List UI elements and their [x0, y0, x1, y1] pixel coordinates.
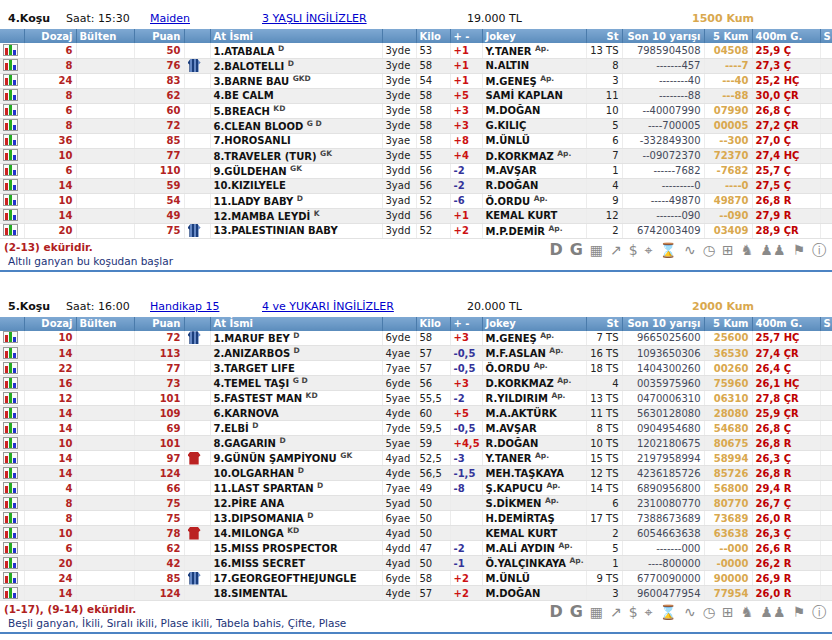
cell-jockey[interactable]: M.ÜNLÜ — [482, 133, 586, 148]
stats-chart-icon[interactable] — [3, 362, 18, 374]
calculator-icon[interactable]: ⊞ — [722, 242, 734, 258]
stats-chart-icon[interactable] — [3, 422, 18, 434]
stats-chart-icon[interactable] — [3, 44, 18, 56]
cell-jockey[interactable]: KEMAL KURT — [482, 526, 586, 541]
cell-horse-name[interactable]: 4.TEMEL TAŞI G D — [210, 376, 382, 391]
stats-chart-icon[interactable] — [3, 164, 18, 176]
stats-chart-icon[interactable] — [3, 209, 18, 221]
race-type-link[interactable]: Handikap 15 — [150, 300, 219, 313]
cell-horse-name[interactable]: 5.FASTEST MAN KD — [210, 391, 382, 406]
cell-horse-name[interactable]: 12.MAMBA LEYDİ K — [210, 208, 382, 223]
stats-chart-icon[interactable] — [3, 89, 18, 101]
stats-chart-icon[interactable] — [3, 104, 18, 116]
stats-chart-icon[interactable] — [3, 467, 18, 479]
cell-jockey[interactable]: Ö.ORDU Ap. — [482, 193, 586, 208]
info-icon[interactable]: ⓘ — [812, 604, 826, 620]
stats-chart-icon[interactable] — [3, 74, 18, 86]
stats-chart-icon[interactable] — [3, 482, 18, 494]
cell-horse-name[interactable]: 6.CLEAN BLOOD G D — [210, 118, 382, 133]
stats-chart-icon[interactable] — [3, 149, 18, 161]
form-chart-icon[interactable]: ∿ — [684, 604, 696, 620]
cell-horse-name[interactable]: 14.MILONGA KD — [210, 526, 382, 541]
dozaj-letter-icon[interactable]: D — [549, 604, 562, 620]
cell-jockey[interactable]: M.F.ASLAN Ap. — [482, 346, 586, 361]
hourglass-icon[interactable]: ⌛ — [660, 242, 677, 258]
finish-flag-icon[interactable]: ⚑ — [792, 604, 805, 620]
prize-money-icon[interactable]: $ — [629, 242, 638, 258]
cell-horse-name[interactable]: 6.KARNOVA — [210, 406, 382, 421]
stats-chart-icon[interactable] — [3, 437, 18, 449]
cell-horse-name[interactable]: 9.GÜNÜN ŞAMPİYONU GK — [210, 451, 382, 466]
cell-horse-name[interactable]: 8.GAGARIN D — [210, 436, 382, 451]
cell-horse-name[interactable]: 2.BALOTELLI D — [210, 58, 382, 73]
stats-chart-icon[interactable] — [3, 119, 18, 131]
cell-jockey[interactable]: H.DEMİRTAŞ — [482, 511, 586, 526]
cell-jockey[interactable]: M.AVŞAR — [482, 421, 586, 436]
cell-horse-name[interactable]: 3.TARGET LIFE — [210, 361, 382, 376]
stats-chart-icon[interactable] — [3, 224, 18, 236]
jockeys-icon[interactable]: ♟♟ — [760, 604, 785, 620]
cell-jockey[interactable]: M.P.DEMİR Ap. — [482, 223, 586, 238]
hourglass-icon[interactable]: ⌛ — [660, 604, 677, 620]
performance-trend-icon[interactable]: ↗ — [610, 604, 622, 620]
cell-horse-name[interactable]: 9.GÜLDEHAN GK — [210, 163, 382, 178]
stats-chart-icon[interactable] — [3, 557, 18, 569]
cell-horse-name[interactable]: 1.MARUF BEY D — [210, 331, 382, 346]
cell-jockey[interactable]: Y.TANER Ap. — [482, 451, 586, 466]
cell-horse-name[interactable]: 11.LAST SPARTAN D — [210, 481, 382, 496]
cell-jockey[interactable]: D.KORKMAZ Ap. — [482, 148, 586, 163]
cell-horse-name[interactable]: 1.ATABALA D — [210, 43, 382, 58]
cell-horse-name[interactable]: 18.SIMENTAL — [210, 586, 382, 601]
stats-chart-icon[interactable] — [3, 377, 18, 389]
performance-trend-icon[interactable]: ↗ — [610, 242, 622, 258]
cell-horse-name[interactable]: 15.MISS PROSPECTOR — [210, 541, 382, 556]
form-chart-icon[interactable]: ∿ — [684, 242, 696, 258]
cell-horse-name[interactable]: 16.MISS SECRET — [210, 556, 382, 571]
race-category-link[interactable]: 4 ve YUKARI İNGİLİZLER — [262, 300, 394, 313]
cell-jockey[interactable]: M.GENEŞ Ap. — [482, 73, 586, 88]
finish-flag-icon[interactable]: ⚑ — [792, 242, 805, 258]
horse-icon[interactable]: ♞ — [741, 242, 754, 258]
cell-jockey[interactable]: S.DİKMEN Ap. — [482, 496, 586, 511]
ganyan-letter-icon[interactable]: G — [570, 604, 583, 620]
stopwatch-icon[interactable]: ◷ — [703, 604, 715, 620]
cell-jockey[interactable]: KEMAL KURT — [482, 208, 586, 223]
cell-jockey[interactable]: G.KILIÇ — [482, 118, 586, 133]
info-icon[interactable]: ⓘ — [812, 242, 826, 258]
cell-horse-name[interactable]: 13.DIPSOMANIA D — [210, 511, 382, 526]
stats-chart-icon[interactable] — [3, 194, 18, 206]
cell-jockey[interactable]: N.ALTIN — [482, 58, 586, 73]
cell-horse-name[interactable]: 13.PALESTINIAN BABY — [210, 223, 382, 238]
cell-jockey[interactable]: M.AVŞAR — [482, 163, 586, 178]
calculator-icon[interactable]: ⊞ — [722, 604, 734, 620]
cell-jockey[interactable]: MEH.TAŞKAYA — [482, 466, 586, 481]
prize-money-icon[interactable]: $ — [629, 604, 638, 620]
cell-horse-name[interactable]: 3.BARNE BAU GKD — [210, 73, 382, 88]
cell-jockey[interactable]: M.ÜNLÜ — [482, 571, 586, 586]
stats-chart-icon[interactable] — [3, 512, 18, 524]
cell-jockey[interactable]: R.DOĞAN — [482, 436, 586, 451]
binoculars-icon[interactable]: ⌖ — [645, 604, 653, 620]
stats-chart-icon[interactable] — [3, 134, 18, 146]
stats-chart-icon[interactable] — [3, 179, 18, 191]
cell-horse-name[interactable]: 12.PİRE ANA — [210, 496, 382, 511]
cell-jockey[interactable]: SAMİ KAPLAN — [482, 88, 586, 103]
cell-horse-name[interactable]: 10.OLGARHAN D — [210, 466, 382, 481]
ganyan-letter-icon[interactable]: G — [570, 242, 583, 258]
dozaj-letter-icon[interactable]: D — [549, 242, 562, 258]
cell-jockey[interactable]: Y.TANER Ap. — [482, 43, 586, 58]
cell-horse-name[interactable]: 7.HOROSANLI — [210, 133, 382, 148]
cell-horse-name[interactable]: 17.GEORGEOFTHEJUNGLE — [210, 571, 382, 586]
stats-chart-icon[interactable] — [3, 542, 18, 554]
cell-jockey[interactable]: Ö.ORDU Ap. — [482, 361, 586, 376]
stats-chart-icon[interactable] — [3, 587, 18, 599]
cell-horse-name[interactable]: 2.ANIZARBOS D — [210, 346, 382, 361]
race-type-link[interactable]: Maiden — [150, 12, 190, 25]
cell-jockey[interactable]: M.GENEŞ Ap. — [482, 331, 586, 346]
cell-horse-name[interactable]: 5.BREACH KD — [210, 103, 382, 118]
cell-horse-name[interactable]: 7.ELBİ D — [210, 421, 382, 436]
stats-chart-icon[interactable] — [3, 407, 18, 419]
cell-jockey[interactable]: M.A.AKTÜRK — [482, 406, 586, 421]
stats-chart-icon[interactable] — [3, 59, 18, 71]
cell-jockey[interactable]: D.KORKMAZ Ap. — [482, 376, 586, 391]
